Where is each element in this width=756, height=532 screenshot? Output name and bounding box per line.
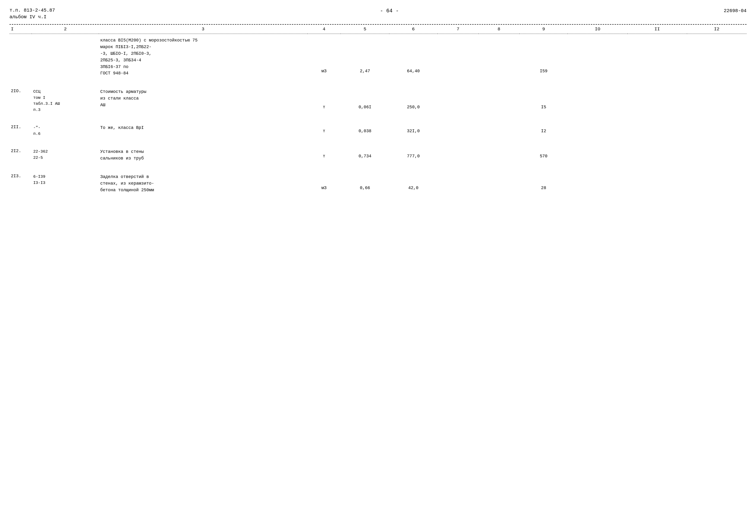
table-row: 2IO. ССЦтом Iтабл.3.I АШп.3 Стоимость ар…: [10, 85, 746, 114]
row-unit: т: [307, 145, 341, 163]
row-val8: [478, 145, 520, 163]
col-header-1: I: [10, 25, 32, 34]
row-val9: 28: [519, 170, 568, 195]
col-header-10: IO: [568, 25, 627, 34]
column-header-row: I 2 3 4 5 6 7 8 9 IO II I2: [10, 25, 746, 34]
col-header-3: 3: [99, 25, 307, 34]
row-val6: 32I,0: [389, 121, 438, 138]
spacer: [10, 163, 746, 170]
row-val12: [687, 85, 746, 114]
row-ref: -"-п.6: [32, 121, 99, 138]
row-unit: мЗ: [307, 34, 341, 78]
row-val11: [628, 145, 687, 163]
row-val7: [438, 85, 478, 114]
row-val11: [628, 170, 687, 195]
row-desc: Установка в стенысальников из труб: [99, 145, 307, 163]
col-header-5: 5: [341, 25, 389, 34]
row-desc: класса BI5(M200) с морозостойкостью 75ма…: [99, 34, 307, 78]
row-ref: [32, 34, 99, 78]
row-val8: [478, 34, 520, 78]
row-ref: ССЦтом Iтабл.3.I АШп.3: [32, 85, 99, 114]
row-num: 2I3.: [10, 170, 32, 195]
row-val9: I2: [519, 121, 568, 138]
col-header-6: 6: [389, 25, 438, 34]
spacer: [10, 138, 746, 145]
row-val8: [478, 121, 520, 138]
row-num: 2IO.: [10, 85, 32, 114]
row-val9: I5: [519, 85, 568, 114]
row-num: 2II.: [10, 121, 32, 138]
page-header: т.п. 813-2-45.87 альбом IV ч.I - 64 - 22…: [10, 7, 746, 20]
row-val12: [687, 145, 746, 163]
row-val5: 0,038: [341, 121, 389, 138]
main-table-container: I 2 3 4 5 6 7 8 9 IO II I2 класса BI5(M2…: [10, 25, 746, 195]
row-val5: 0,734: [341, 145, 389, 163]
row-num: 2I2.: [10, 145, 32, 163]
table-row: 2I2. 22-36222-5 Установка в стенысальник…: [10, 145, 746, 163]
row-val7: [438, 170, 478, 195]
spacer: [10, 114, 746, 121]
row-desc: То же, класса BpI: [99, 121, 307, 138]
row-val6: 64,40: [389, 34, 438, 78]
row-desc: Стоимость арматурыиз стали классаАШ: [99, 85, 307, 114]
row-val8: [478, 85, 520, 114]
row-ref: 22-36222-5: [32, 145, 99, 163]
row-val10: [568, 121, 627, 138]
row-val7: [438, 145, 478, 163]
row-val10: [568, 85, 627, 114]
row-val12: [687, 121, 746, 138]
row-unit: т: [307, 85, 341, 114]
table-row: 2II. -"-п.6 То же, класса BpI т 0,038 32…: [10, 121, 746, 138]
row-val5: 0,66: [341, 170, 389, 195]
row-val8: [478, 170, 520, 195]
header-page-number: - 64 -: [380, 7, 399, 14]
header-album: альбом IV ч.I: [10, 14, 55, 20]
row-val6: 777,0: [389, 145, 438, 163]
row-val10: [568, 34, 627, 78]
row-val7: [438, 34, 478, 78]
row-val12: [687, 34, 746, 78]
row-val6: 250,0: [389, 85, 438, 114]
col-header-11: II: [628, 25, 687, 34]
table-row: класса BI5(M200) с морозостойкостью 75ма…: [10, 34, 746, 78]
row-val9: 570: [519, 145, 568, 163]
row-val10: [568, 170, 627, 195]
header-title: т.п. 813-2-45.87: [10, 7, 55, 14]
row-desc: Заделка отверстий встенах, из керамзито-…: [99, 170, 307, 195]
spacer: [10, 78, 746, 85]
row-val6: 42,0: [389, 170, 438, 195]
main-table: I 2 3 4 5 6 7 8 9 IO II I2 класса BI5(M2…: [10, 25, 746, 195]
header-left: т.п. 813-2-45.87 альбом IV ч.I: [10, 7, 55, 20]
col-header-2: 2: [32, 25, 99, 34]
row-val5: 0,06I: [341, 85, 389, 114]
row-val11: [628, 121, 687, 138]
row-val11: [628, 85, 687, 114]
row-val5: 2,47: [341, 34, 389, 78]
col-header-12: I2: [687, 25, 746, 34]
row-val12: [687, 170, 746, 195]
row-val10: [568, 145, 627, 163]
row-unit: мЗ: [307, 170, 341, 195]
row-num: [10, 34, 32, 78]
row-unit: т: [307, 121, 341, 138]
row-val7: [438, 121, 478, 138]
row-val9: I59: [519, 34, 568, 78]
row-ref: 6-I39I3-I3: [32, 170, 99, 195]
row-val11: [628, 34, 687, 78]
col-header-9: 9: [519, 25, 568, 34]
col-header-8: 8: [478, 25, 520, 34]
col-header-4: 4: [307, 25, 341, 34]
col-header-7: 7: [438, 25, 478, 34]
header-doc-number: 22698-04: [724, 7, 746, 13]
table-row: 2I3. 6-I39I3-I3 Заделка отверстий встена…: [10, 170, 746, 195]
